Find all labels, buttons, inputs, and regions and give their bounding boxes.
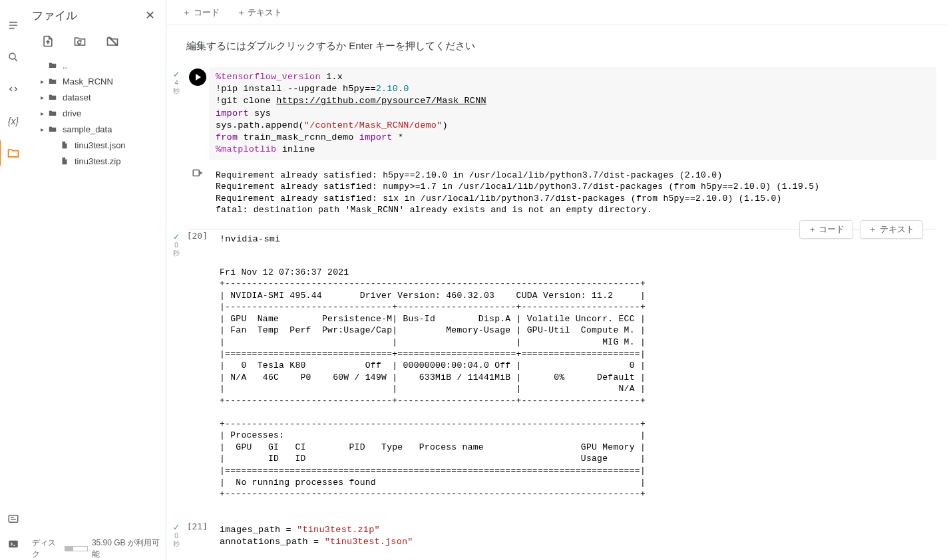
add-code-button[interactable]: ＋ コード bbox=[176, 4, 226, 21]
output-icon[interactable] bbox=[192, 167, 204, 220]
add-text-button[interactable]: ＋ テキスト bbox=[230, 4, 289, 21]
variables-icon[interactable]: {x} bbox=[7, 114, 20, 128]
code-editor[interactable]: %tensorflow_version 1.x !pip install --u… bbox=[209, 67, 936, 160]
svg-point-3 bbox=[9, 53, 15, 59]
code-cell: ✓ 4 秒 %tensorflow_version 1.x !pip insta… bbox=[166, 67, 947, 160]
code-cell: ✓ 0 秒 [20] !nvidia-smi bbox=[166, 229, 947, 257]
svg-rect-8 bbox=[9, 541, 18, 548]
file-tree: .. ▸ Mask_RCNN ▸ dataset ▸ drive ▸ sampl… bbox=[27, 55, 166, 532]
files-icon[interactable] bbox=[7, 146, 20, 160]
output-cell: Fri Nov 12 07:36:37 2021 +--------------… bbox=[166, 263, 947, 504]
exec-duration: 4 bbox=[174, 79, 178, 87]
text-cell[interactable]: 編集するにはダブルクリックするか Enter キーを押してください bbox=[166, 25, 947, 67]
svg-rect-12 bbox=[193, 170, 199, 176]
check-icon: ✓ bbox=[173, 523, 180, 532]
refresh-icon[interactable] bbox=[73, 35, 87, 48]
svg-line-4 bbox=[15, 59, 17, 61]
run-button[interactable] bbox=[189, 69, 206, 86]
terminal-icon[interactable] bbox=[7, 537, 20, 551]
tree-folder[interactable]: ▸ drive bbox=[31, 105, 166, 121]
upload-icon[interactable] bbox=[41, 35, 55, 48]
disk-meter bbox=[65, 546, 88, 551]
snippets-icon[interactable] bbox=[7, 82, 20, 96]
check-icon: ✓ bbox=[173, 232, 180, 241]
files-panel-title: ファイル bbox=[32, 8, 77, 23]
tree-folder[interactable]: ▸ sample_data bbox=[31, 121, 166, 137]
output-area: Requirement already satisfied: h5py==2.1… bbox=[209, 166, 936, 220]
tree-folder[interactable]: ▸ Mask_RCNN bbox=[31, 73, 166, 89]
mount-drive-icon[interactable] bbox=[105, 35, 120, 48]
search-icon[interactable] bbox=[7, 51, 20, 64]
svg-line-11 bbox=[108, 37, 117, 45]
tree-file[interactable]: tinu3test.zip bbox=[31, 153, 166, 169]
toc-icon[interactable] bbox=[7, 19, 20, 32]
left-rail: {x} bbox=[0, 0, 27, 560]
code-cell: ✓ 0 秒 [21] images_path = "tinu3test.zip"… bbox=[166, 520, 947, 552]
files-panel: ファイル ✕ .. ▸ Mask_RCNN bbox=[27, 0, 166, 560]
output-area: Fri Nov 12 07:36:37 2021 +--------------… bbox=[213, 263, 936, 504]
tree-file[interactable]: tinu3test.json bbox=[31, 137, 166, 153]
code-editor[interactable]: images_path = "tinu3test.zip" annotation… bbox=[213, 520, 936, 552]
top-toolbar: ＋ コード ＋ テキスト bbox=[166, 0, 947, 25]
disk-status: ディスク 35.90 GB が利用可能 bbox=[27, 532, 166, 560]
close-icon[interactable]: ✕ bbox=[142, 5, 158, 25]
cell-prompt: [21] bbox=[186, 520, 213, 552]
tree-folder[interactable]: ▸ dataset bbox=[31, 89, 166, 105]
command-palette-icon[interactable] bbox=[7, 512, 20, 525]
cell-prompt: [20] bbox=[186, 229, 213, 257]
code-editor[interactable]: !nvidia-smi bbox=[213, 229, 936, 257]
tree-up[interactable]: .. bbox=[31, 57, 166, 73]
main-area: ＋ コード ＋ テキスト 編集するにはダブルクリックするか Enter キーを押… bbox=[166, 0, 947, 560]
output-cell: Requirement already satisfied: h5py==2.1… bbox=[166, 166, 947, 220]
check-icon: ✓ bbox=[173, 70, 180, 79]
